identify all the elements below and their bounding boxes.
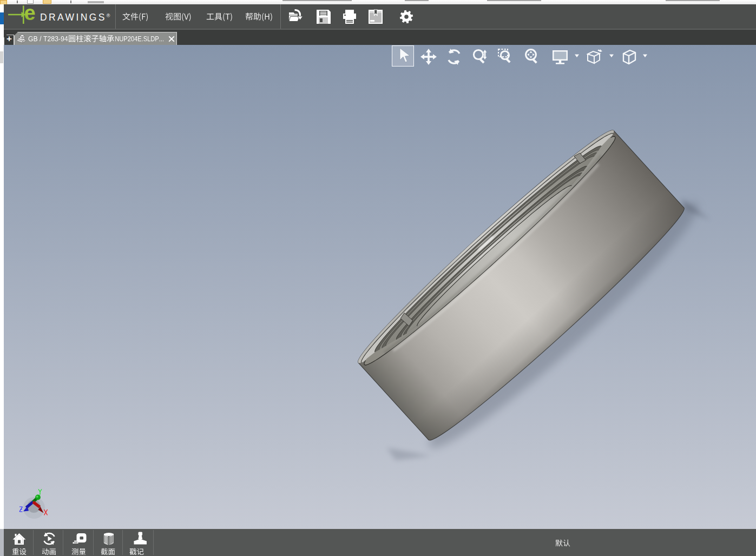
svg-text:e: e: [24, 4, 36, 24]
